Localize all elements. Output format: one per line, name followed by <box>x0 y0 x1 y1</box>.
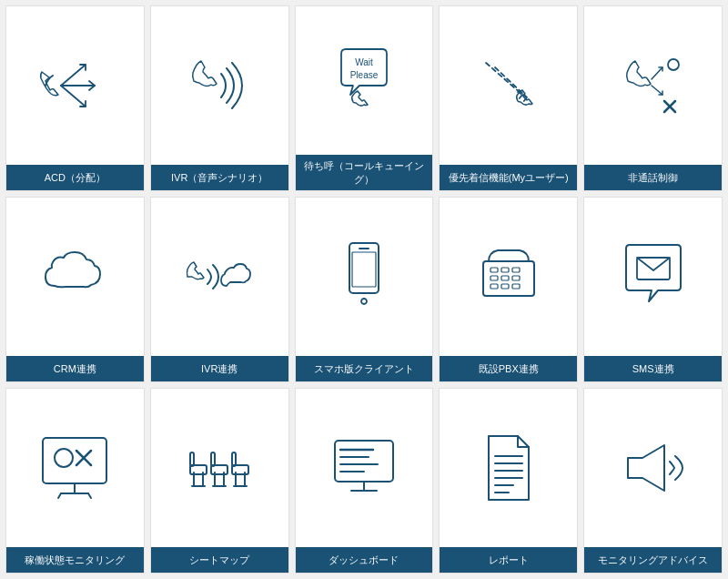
svg-line-1 <box>61 65 86 86</box>
card-ivr[interactable]: IVR（音声シナリオ） <box>150 5 289 191</box>
icon-crm <box>6 198 144 356</box>
label-ivr2: IVR連携 <box>151 356 288 381</box>
svg-rect-17 <box>490 268 498 272</box>
card-advice[interactable]: モニタリングアドバイス <box>583 388 723 574</box>
card-priority[interactable]: 優先着信機能(Myユーザー) <box>439 5 578 191</box>
icon-smartphone <box>296 198 433 356</box>
card-crm[interactable]: CRM連携 <box>5 197 145 382</box>
icon-monitor <box>6 389 144 547</box>
svg-rect-25 <box>512 284 520 289</box>
svg-rect-44 <box>211 452 215 466</box>
label-smartphone: スマホ版クライアント <box>296 356 433 381</box>
svg-point-7 <box>668 59 679 70</box>
svg-line-11 <box>652 86 662 95</box>
label-pbx: 既設PBX連携 <box>440 356 577 381</box>
card-ivr2[interactable]: IVR連携 <box>150 197 289 382</box>
svg-rect-39 <box>190 452 194 466</box>
svg-text:Wait: Wait <box>355 57 373 67</box>
card-queue[interactable]: Wait Please 待ち呼（コールキューイング） <box>295 5 434 191</box>
label-seatmap: シートマップ <box>151 547 288 573</box>
icon-nocall <box>584 6 722 165</box>
svg-rect-18 <box>501 268 509 272</box>
label-acd: ACD（分配） <box>6 165 144 190</box>
feature-grid: ACD（分配） IVR（音声シナリオ） Wait Please <box>0 0 728 579</box>
card-seatmap[interactable]: シートマップ <box>150 388 289 574</box>
label-sms: SMS連携 <box>584 356 722 381</box>
icon-advice <box>584 389 722 547</box>
svg-line-6 <box>495 67 527 97</box>
card-monitor[interactable]: 稼働状態モニタリング <box>5 388 145 574</box>
label-report: レポート <box>440 547 577 573</box>
card-acd[interactable]: ACD（分配） <box>5 5 145 191</box>
svg-point-13 <box>361 299 367 304</box>
svg-line-34 <box>88 493 91 498</box>
card-pbx[interactable]: 既設PBX連携 <box>439 197 578 382</box>
label-priority: 優先着信機能(Myユーザー) <box>440 165 577 190</box>
svg-rect-12 <box>349 243 379 293</box>
icon-priority <box>440 6 577 165</box>
icon-ivr <box>151 6 288 165</box>
svg-marker-63 <box>628 445 664 491</box>
svg-line-2 <box>61 86 86 107</box>
svg-rect-23 <box>490 284 498 289</box>
svg-rect-15 <box>352 252 376 287</box>
label-nocall: 非通話制御 <box>584 165 722 190</box>
card-nocall[interactable]: 非通話制御 <box>583 5 723 191</box>
svg-rect-27 <box>43 438 106 483</box>
icon-seatmap <box>151 389 288 547</box>
svg-rect-50 <box>335 441 393 482</box>
label-dashboard: ダッシュボード <box>296 547 433 573</box>
icon-queue: Wait Please <box>296 6 433 155</box>
card-sms[interactable]: SMS連携 <box>583 197 723 382</box>
label-monitor: 稼働状態モニタリング <box>6 547 144 573</box>
icon-report <box>440 389 577 547</box>
svg-rect-22 <box>512 276 520 280</box>
icon-pbx <box>440 198 577 356</box>
icon-acd <box>6 6 144 165</box>
icon-dashboard <box>296 389 433 547</box>
svg-rect-24 <box>501 284 509 289</box>
card-dashboard[interactable]: ダッシュボード <box>295 388 434 574</box>
svg-text:Please: Please <box>350 70 379 80</box>
svg-line-33 <box>58 493 61 498</box>
svg-line-10 <box>652 67 662 79</box>
svg-line-5 <box>486 63 522 95</box>
icon-sms <box>584 198 722 356</box>
svg-point-28 <box>55 449 73 467</box>
label-advice: モニタリングアドバイス <box>584 547 722 573</box>
label-crm: CRM連携 <box>6 356 144 381</box>
svg-rect-20 <box>490 276 498 280</box>
label-ivr: IVR（音声シナリオ） <box>151 165 288 190</box>
svg-rect-21 <box>501 276 509 280</box>
icon-ivr2 <box>151 198 288 356</box>
label-queue: 待ち呼（コールキューイング） <box>296 155 433 190</box>
svg-rect-49 <box>232 452 236 466</box>
svg-rect-19 <box>512 268 520 272</box>
card-smartphone[interactable]: スマホ版クライアント <box>295 197 434 382</box>
card-report[interactable]: レポート <box>439 388 578 574</box>
